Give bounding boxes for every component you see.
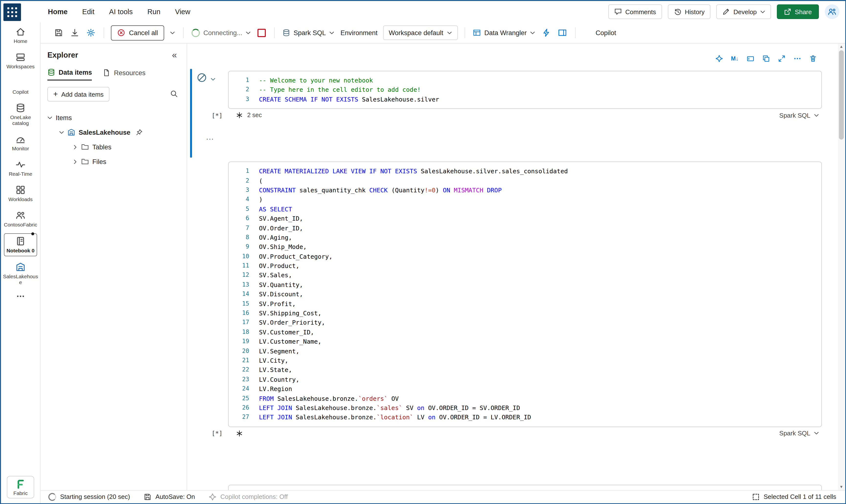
scroll-down-icon[interactable]: ▼ [838, 485, 845, 489]
scroll-up-icon[interactable]: ▲ [838, 44, 845, 49]
cell-language-picker[interactable]: Spark SQL [776, 111, 822, 119]
pencil-icon [722, 8, 730, 16]
autosave-status[interactable]: AutoSave: On [144, 493, 195, 501]
data-items-tree: Items SalesLakehouse Tables [47, 110, 180, 169]
copilot-completions-status[interactable]: Copilot completions: Off [209, 493, 288, 501]
notebook-canvas: M↓ 1-- Welcome to your new notebook2-- T… [187, 43, 845, 490]
share-button[interactable]: Share [777, 4, 819, 19]
line-number: 14 [229, 290, 249, 299]
vertical-scrollbar[interactable]: ▲ ▼ [838, 43, 845, 490]
notebook-cell-3: 1CREATE MATERIALIZED LAKE VIEW IF NOT EX… [228, 485, 822, 490]
session-status-button[interactable]: Connecting... [191, 26, 252, 39]
workspace-selector[interactable]: Workspace default [383, 25, 458, 40]
delete-cell-button[interactable] [806, 53, 819, 64]
rename-cell-button[interactable] [743, 53, 757, 64]
code-editor[interactable]: 1CREATE MATERIALIZED LAKE VIEW IF NOT EX… [228, 162, 822, 427]
notebook-cell-1: 1-- Welcome to your new notebook2-- Type… [228, 71, 822, 122]
collapsed-output-indicator[interactable]: … [206, 132, 214, 142]
search-icon [170, 90, 178, 97]
folder-icon [81, 158, 89, 165]
line-number: 8 [229, 233, 249, 242]
sidebar-item-workspaces[interactable]: Workspaces [2, 50, 39, 72]
lightning-icon [542, 28, 551, 37]
sidebar-more-button[interactable] [16, 292, 25, 303]
tree-node-files[interactable]: Files [47, 154, 180, 169]
account-avatar[interactable] [825, 4, 839, 19]
stop-session-button[interactable] [256, 27, 267, 38]
run-options-button[interactable] [211, 75, 215, 83]
environment-button[interactable]: Environment [340, 27, 379, 38]
menu-tab-run[interactable]: Run [147, 6, 160, 18]
copilot-button[interactable]: Copilot [582, 26, 617, 39]
session-status[interactable]: Starting session (20 sec) [48, 493, 130, 501]
fabric-home-button[interactable]: Fabric [7, 476, 34, 498]
app-launcher-icon[interactable] [3, 3, 21, 21]
collapse-panel-icon[interactable]: « [169, 50, 180, 60]
sidebar-item-monitor[interactable]: Monitor [2, 132, 39, 154]
auto-format-button[interactable] [540, 27, 552, 39]
cancel-run-button[interactable] [197, 73, 207, 84]
pin-icon[interactable] [136, 129, 143, 136]
language-selector[interactable]: Spark SQL [281, 27, 335, 39]
explorer-panel: Explorer « Data items Resources + [40, 43, 187, 490]
chevron-right-icon [73, 159, 77, 164]
comments-button[interactable]: Comments [608, 4, 662, 19]
share-icon [784, 8, 792, 16]
download-button[interactable] [69, 27, 81, 39]
line-number: 25 [229, 394, 249, 403]
duplicate-cell-button[interactable] [759, 53, 773, 64]
copilot-icon [583, 28, 592, 37]
document-icon [103, 69, 111, 77]
tab-resources[interactable]: Resources [103, 68, 145, 80]
real-time-icon [16, 160, 25, 169]
line-number: 21 [229, 356, 249, 365]
expand-cell-button[interactable] [775, 53, 788, 64]
data-wrangler-button[interactable]: Data Wrangler [472, 27, 536, 39]
settings-button[interactable] [85, 27, 97, 39]
menu-tab-view[interactable]: View [175, 6, 190, 18]
panel-layout-icon [558, 28, 567, 37]
chevron-down-icon [170, 31, 175, 34]
menu-tab-ai-tools[interactable]: AI tools [109, 6, 133, 18]
sidebar-item-notebook-0[interactable]: Notebook 0 [4, 233, 37, 256]
sidebar-item-saleslakehouse[interactable]: SalesLakehouse [2, 260, 39, 288]
code-line: 8OV.Aging, [229, 233, 821, 242]
menu-tab-home[interactable]: Home [48, 6, 68, 18]
sidebar-item-onelake-catalog[interactable]: OneLake catalog [2, 101, 39, 128]
tree-node-tables[interactable]: Tables [47, 140, 180, 154]
cancel-all-options-chevron[interactable] [169, 30, 177, 36]
cell-copilot-button[interactable] [712, 53, 726, 64]
expand-icon [778, 55, 785, 62]
lakehouse-icon [16, 262, 25, 272]
more-cell-actions-button[interactable] [790, 53, 804, 64]
history-button[interactable]: History [668, 4, 710, 19]
cell-footer: [*] Spark SQL [228, 427, 822, 439]
chevron-down-icon [246, 31, 251, 34]
code-editor[interactable]: 1-- Welcome to your new notebook2-- Type… [228, 71, 822, 109]
scrollbar-thumb[interactable] [839, 50, 844, 140]
chevron-down-icon [211, 78, 215, 81]
add-data-items-button[interactable]: + Add data items [47, 87, 109, 102]
sidebar-item-real-time[interactable]: Real-Time [2, 157, 39, 179]
sidebar-item-contosofabric[interactable]: ContosoFabric [2, 208, 39, 230]
menu-tab-edit[interactable]: Edit [82, 6, 94, 18]
code-editor[interactable]: 1CREATE MATERIALIZED LAKE VIEW IF NOT EX… [228, 485, 822, 490]
toggle-panel-button[interactable] [556, 27, 568, 39]
save-button[interactable] [53, 27, 65, 39]
database-icon [47, 68, 55, 76]
develop-button[interactable]: Develop [716, 4, 771, 19]
convert-to-markdown-button[interactable]: M↓ [728, 54, 741, 63]
sidebar-item-home[interactable]: Home [2, 24, 39, 47]
line-number: 9 [229, 242, 249, 252]
search-button[interactable] [168, 88, 180, 101]
tab-data-items[interactable]: Data items [47, 68, 92, 80]
tree-node-saleslakehouse[interactable]: SalesLakehouse [47, 125, 180, 140]
save-icon [144, 493, 152, 501]
cell-language-picker[interactable]: Spark SQL [776, 429, 822, 437]
sidebar-item-workloads[interactable]: Workloads [2, 183, 39, 204]
sidebar-item-copilot[interactable]: Copilot [2, 75, 39, 97]
tree-node-items[interactable]: Items [47, 110, 180, 125]
cancel-all-button[interactable]: Cancel all [111, 25, 165, 40]
comment-icon [614, 8, 622, 16]
share-label: Share [795, 8, 812, 15]
